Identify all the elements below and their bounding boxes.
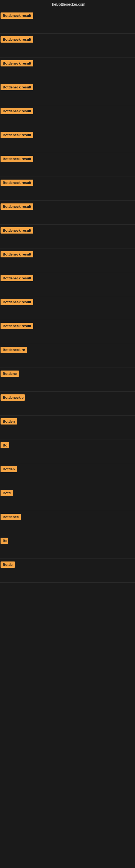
- result-row-6: Bottleneck result: [0, 129, 135, 153]
- result-row-3: Bottleneck result: [0, 58, 135, 82]
- bottleneck-label-22[interactable]: Bottlenec: [1, 514, 21, 520]
- bottleneck-label-6[interactable]: Bottleneck result: [1, 132, 33, 138]
- result-row-5: Bottleneck result: [0, 105, 135, 129]
- bottleneck-label-17[interactable]: Bottleneck e: [1, 394, 25, 401]
- bottleneck-label-23[interactable]: Bo: [1, 538, 8, 544]
- bottleneck-label-2[interactable]: Bottleneck result: [1, 36, 33, 42]
- result-row-20: Bottlen: [0, 463, 135, 487]
- bottleneck-label-9[interactable]: Bottleneck result: [1, 204, 33, 210]
- bottleneck-label-18[interactable]: Bottlen: [1, 418, 17, 425]
- result-row-12: Bottleneck result: [0, 272, 135, 296]
- result-row-2: Bottleneck result: [0, 34, 135, 58]
- result-row-14: Bottleneck result: [0, 320, 135, 344]
- bottleneck-label-24[interactable]: Bottle: [1, 561, 15, 568]
- result-row-15: Bottleneck re: [0, 344, 135, 368]
- bottleneck-label-21[interactable]: Bottl: [1, 490, 13, 496]
- result-row-21: Bottl: [0, 487, 135, 511]
- result-row-23: Bo: [0, 535, 135, 559]
- bottleneck-label-3[interactable]: Bottleneck result: [1, 60, 33, 66]
- result-row-19: Bo: [0, 439, 135, 463]
- bottleneck-label-14[interactable]: Bottleneck result: [1, 323, 33, 329]
- bottleneck-label-11[interactable]: Bottleneck result: [1, 251, 33, 257]
- result-row-7: Bottleneck result: [0, 153, 135, 177]
- result-row-22: Bottlenec: [0, 511, 135, 535]
- bottleneck-label-15[interactable]: Bottleneck re: [1, 347, 27, 353]
- bottleneck-label-19[interactable]: Bo: [1, 442, 9, 448]
- result-row-1: Bottleneck result: [0, 10, 135, 34]
- bottleneck-label-16[interactable]: Bottlene: [1, 371, 19, 377]
- result-row-10: Bottleneck result: [0, 225, 135, 248]
- bottleneck-label-20[interactable]: Bottlen: [1, 466, 17, 472]
- result-row-4: Bottleneck result: [0, 82, 135, 105]
- bottleneck-label-10[interactable]: Bottleneck result: [1, 227, 33, 234]
- result-row-13: Bottleneck result: [0, 296, 135, 320]
- bottleneck-label-8[interactable]: Bottleneck result: [1, 180, 33, 186]
- result-row-17: Bottleneck e: [0, 392, 135, 415]
- bottleneck-label-4[interactable]: Bottleneck result: [1, 84, 33, 90]
- bottleneck-label-13[interactable]: Bottleneck result: [1, 299, 33, 305]
- result-row-24: Bottle: [0, 559, 135, 583]
- result-row-11: Bottleneck result: [0, 248, 135, 272]
- bottleneck-label-1[interactable]: Bottleneck result: [1, 12, 33, 19]
- site-title: TheBottlenecker.com: [0, 0, 135, 10]
- bottleneck-label-5[interactable]: Bottleneck result: [1, 108, 33, 114]
- bottleneck-label-7[interactable]: Bottleneck result: [1, 156, 33, 162]
- result-row-9: Bottleneck result: [0, 201, 135, 225]
- result-row-16: Bottlene: [0, 368, 135, 392]
- result-row-8: Bottleneck result: [0, 177, 135, 201]
- bottleneck-label-12[interactable]: Bottleneck result: [1, 275, 33, 281]
- result-row-18: Bottlen: [0, 415, 135, 439]
